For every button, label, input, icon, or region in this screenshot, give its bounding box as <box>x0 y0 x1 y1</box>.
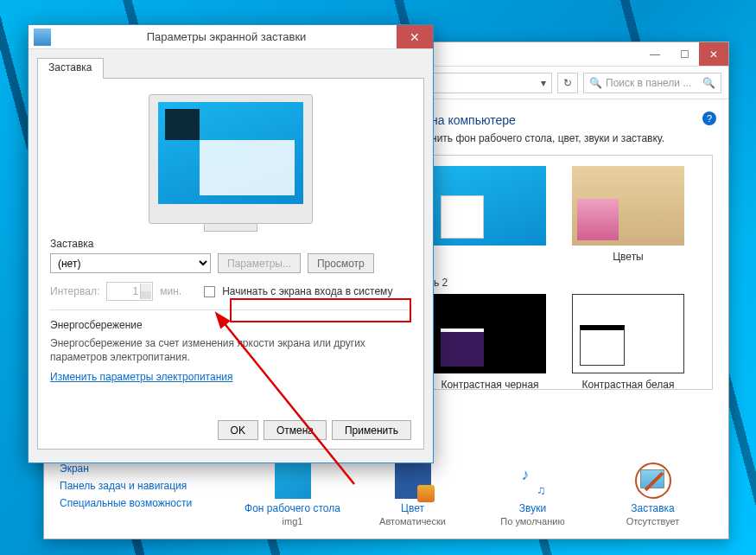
interval-unit: мин. <box>160 285 181 297</box>
background-icon <box>275 462 311 499</box>
setting-sounds[interactable]: Звуки По умолчанию <box>477 462 589 526</box>
theme-hc-black[interactable]: Контрастная черная <box>434 294 546 390</box>
page-title: на компьютере <box>431 113 713 127</box>
theme-windows[interactable] <box>434 166 546 263</box>
minimize-button[interactable]: — <box>640 42 670 66</box>
theme-hc-white[interactable]: Контрастная белая <box>572 294 684 390</box>
search-icon: 🔍 <box>589 77 602 89</box>
screensaver-icon <box>635 462 671 499</box>
interval-spinner[interactable] <box>106 282 153 301</box>
energy-title: Энергосбережение <box>50 319 411 331</box>
setting-background[interactable]: Фон рабочего стола img1 <box>237 462 349 526</box>
theme-label: Контрастная белая <box>572 379 684 390</box>
preview-monitor <box>149 94 313 224</box>
tab-screensaver[interactable]: Заставка <box>37 58 104 79</box>
setting-label: Фон рабочего стола <box>237 502 349 514</box>
preview-button[interactable]: Просмотр <box>308 253 374 273</box>
theme-thumb <box>434 166 546 246</box>
theme-thumb <box>572 294 684 373</box>
setting-value: По умолчанию <box>477 516 589 526</box>
dialog-titlebar: Параметры экранной заставки ✕ <box>29 25 433 49</box>
screensaver-select[interactable]: (нет) <box>50 253 211 273</box>
screensaver-dialog: Параметры экранной заставки ✕ Заставка З… <box>28 24 434 463</box>
setting-value: Автоматически <box>357 516 469 526</box>
ok-button[interactable]: OK <box>218 420 258 440</box>
divider <box>50 309 411 310</box>
setting-value: img1 <box>237 516 349 526</box>
theme-label: Цветы <box>572 251 684 263</box>
interval-label: Интервал: <box>50 285 99 297</box>
energy-text: Энергосбережение за счет изменения яркос… <box>50 336 411 364</box>
tab-panel: Заставка (нет) Параметры... Просмотр Инт… <box>37 78 424 450</box>
setting-screensaver[interactable]: Заставка Отсутствует <box>597 462 709 526</box>
refresh-button[interactable]: ↻ <box>557 73 578 93</box>
theme-label: Контрастная черная <box>434 379 546 390</box>
setting-label: Заставка <box>597 502 709 514</box>
link-display[interactable]: Экран <box>60 462 232 475</box>
page-subtitle: нить фон рабочего стола, цвет, звуки и з… <box>431 132 713 144</box>
setting-value: Отсутствует <box>597 516 709 526</box>
setting-label: Цвет <box>357 502 469 514</box>
search-input[interactable]: 🔍 Поиск в панели ... 🔍 <box>583 73 721 93</box>
setting-label: Звуки <box>477 502 589 514</box>
group-label-screensaver: Заставка <box>50 238 411 250</box>
maximize-button[interactable]: ☐ <box>670 42 699 66</box>
close-button[interactable]: ✕ <box>699 42 728 66</box>
apply-button[interactable]: Применить <box>332 420 411 440</box>
sound-icon <box>515 462 551 499</box>
theme-label <box>434 251 546 263</box>
cancel-button[interactable]: Отмена <box>264 420 327 440</box>
logon-checkbox[interactable] <box>204 286 215 297</box>
dialog-icon <box>34 29 51 46</box>
logon-checkbox-label: Начинать с экрана входа в систему <box>222 285 392 297</box>
color-icon <box>395 462 431 499</box>
theme-flowers[interactable]: Цветы <box>572 166 684 263</box>
theme-thumb <box>572 166 684 246</box>
power-settings-link[interactable]: Изменить параметры электропитания <box>50 371 232 383</box>
settings-button[interactable]: Параметры... <box>218 253 301 273</box>
preview-screen <box>158 102 303 204</box>
link-accessibility[interactable]: Специальные возможности <box>60 497 232 509</box>
see-also-links: Экран Панель задач и навигация Специальн… <box>60 462 232 509</box>
dialog-title: Параметры экранной заставки <box>56 30 397 43</box>
hc-group-label: ь 2 <box>434 277 702 289</box>
link-taskbar[interactable]: Панель задач и навигация <box>60 480 232 492</box>
search-placeholder: Поиск в панели ... <box>606 77 691 89</box>
setting-color[interactable]: Цвет Автоматически <box>357 462 469 526</box>
dialog-close-button[interactable]: ✕ <box>397 25 433 48</box>
theme-thumb <box>434 294 546 373</box>
